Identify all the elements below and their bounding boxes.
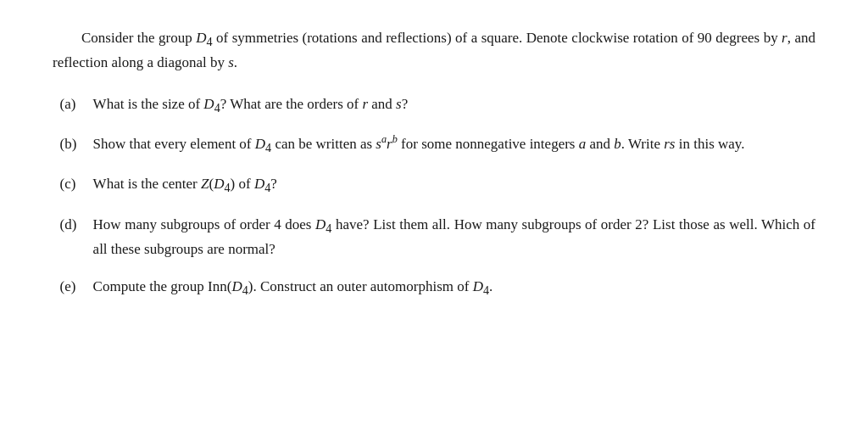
problem-item-e: (e) Compute the group Inn(D4). Construct… <box>53 276 815 300</box>
problem-item-b: (b) Show that every element of D4 can be… <box>53 133 815 158</box>
problem-text-c: What is the center Z(D4) of D4? <box>93 173 815 198</box>
problem-item-c: (c) What is the center Z(D4) of D4? <box>53 173 815 198</box>
main-content: Consider the group D4 of symmetries (rot… <box>53 27 815 301</box>
problem-text-d: How many subgroups of order 4 does D4 ha… <box>93 214 815 261</box>
problem-label-e: (e) <box>53 276 93 298</box>
problem-text-a: What is the size of D4? What are the ord… <box>93 93 815 118</box>
problem-label-a: (a) <box>53 93 93 115</box>
problem-list: (a) What is the size of D4? What are the… <box>53 93 815 301</box>
problem-label-b: (b) <box>53 133 93 155</box>
problem-text-e: Compute the group Inn(D4). Construct an … <box>93 276 815 300</box>
intro-paragraph: Consider the group D4 of symmetries (rot… <box>53 27 815 75</box>
problem-label-c: (c) <box>53 173 93 195</box>
problem-item-a: (a) What is the size of D4? What are the… <box>53 93 815 118</box>
problem-item-d: (d) How many subgroups of order 4 does D… <box>53 214 815 261</box>
problem-text-b: Show that every element of D4 can be wri… <box>93 133 815 158</box>
problem-label-d: (d) <box>53 214 93 236</box>
